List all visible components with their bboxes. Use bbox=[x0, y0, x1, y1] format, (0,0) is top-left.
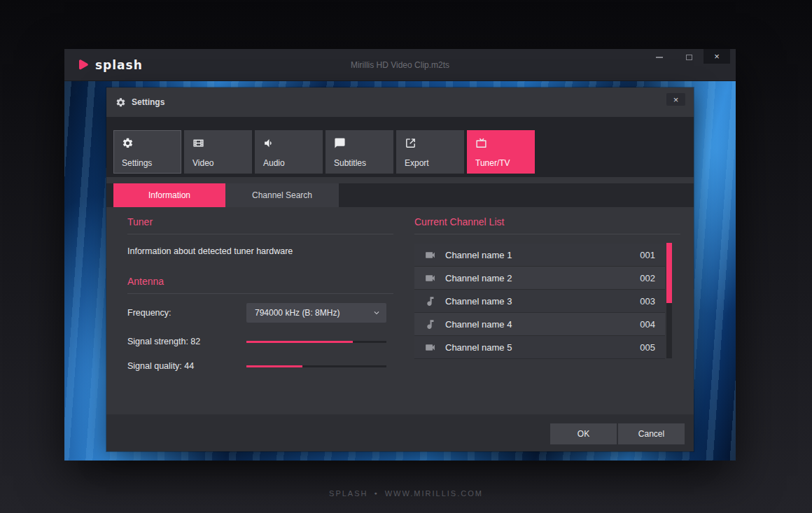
footer-separator-icon: ● bbox=[374, 491, 379, 496]
channel-name: Channel name 4 bbox=[445, 319, 640, 330]
splash-logo: splash bbox=[76, 58, 143, 72]
tuner-description: Information about detected tuner hardwar… bbox=[127, 246, 393, 256]
tab-label: Subtitles bbox=[334, 158, 366, 168]
tab-subtitles[interactable]: Subtitles bbox=[326, 130, 393, 174]
video-camera-icon bbox=[424, 272, 436, 284]
channel-row[interactable]: Channel name 2 002 bbox=[414, 267, 665, 290]
logo-text: splash bbox=[95, 58, 143, 72]
signal-quality-row: Signal quality: 44 bbox=[127, 361, 386, 371]
tuner-section-heading: Tuner bbox=[127, 216, 393, 234]
dialog-header: Settings × bbox=[106, 87, 694, 117]
settings-category-tabs: Settings Video Audio bbox=[106, 117, 694, 177]
video-camera-icon bbox=[424, 342, 436, 353]
channel-row[interactable]: Channel name 1 001 bbox=[414, 244, 665, 267]
cancel-button[interactable]: Cancel bbox=[618, 423, 685, 444]
window-titlebar: splash Mirillis HD Video Clip.m2ts × bbox=[64, 49, 736, 81]
channel-number: 002 bbox=[640, 273, 655, 283]
channel-name: Channel name 3 bbox=[445, 296, 640, 307]
window-close-button[interactable]: × bbox=[704, 49, 730, 64]
channel-row[interactable]: Channel name 4 004 bbox=[414, 313, 665, 336]
dialog-footer: OK Cancel bbox=[106, 414, 694, 451]
tab-information[interactable]: Information bbox=[113, 183, 225, 207]
gear-icon bbox=[122, 137, 134, 149]
signal-strength-bar bbox=[246, 341, 386, 343]
channel-number: 004 bbox=[640, 319, 655, 330]
antenna-section-heading: Antenna bbox=[127, 276, 393, 294]
tab-export[interactable]: Export bbox=[396, 130, 464, 174]
footer-brand: SPLASH bbox=[329, 489, 368, 498]
minimize-icon bbox=[656, 57, 663, 58]
channel-name: Channel name 5 bbox=[445, 342, 640, 353]
speech-bubble-icon bbox=[334, 137, 346, 149]
signal-strength-label: Signal strength: 82 bbox=[127, 337, 246, 346]
splash-play-icon bbox=[76, 58, 90, 72]
tab-tuner-tv[interactable]: Tuner/TV bbox=[467, 130, 535, 174]
channel-name: Channel name 1 bbox=[445, 250, 640, 260]
footer-site: WWW.MIRILLIS.COM bbox=[385, 489, 483, 498]
speaker-icon bbox=[263, 137, 275, 149]
window-controls: × bbox=[645, 49, 730, 66]
desktop-background: splash Mirillis HD Video Clip.m2ts × Set… bbox=[0, 0, 812, 513]
splash-player-window: splash Mirillis HD Video Clip.m2ts × Set… bbox=[64, 49, 736, 461]
channel-list-heading: Current Channel List bbox=[414, 216, 680, 234]
maximize-button[interactable] bbox=[674, 49, 704, 66]
tv-icon bbox=[475, 137, 487, 149]
scrollbar-thumb[interactable] bbox=[666, 243, 672, 303]
tuner-information-panel: Tuner Information about detected tuner h… bbox=[106, 207, 694, 414]
tab-audio[interactable]: Audio bbox=[255, 130, 323, 174]
tab-label: Tuner/TV bbox=[475, 158, 510, 168]
dialog-close-button[interactable]: × bbox=[666, 93, 685, 106]
maximize-icon bbox=[686, 55, 692, 60]
signal-quality-label: Signal quality: 44 bbox=[127, 361, 246, 371]
chevron-down-icon bbox=[372, 308, 382, 318]
channel-row[interactable]: Channel name 5 005 bbox=[414, 336, 665, 359]
channel-list-scrollbar[interactable] bbox=[666, 243, 672, 358]
channel-list-column: Current Channel List Channel name 1 001 bbox=[414, 207, 680, 359]
signal-strength-row: Signal strength: 82 bbox=[127, 337, 386, 346]
music-note-icon bbox=[424, 295, 436, 307]
tab-label: Video bbox=[192, 158, 214, 168]
film-icon bbox=[192, 137, 204, 149]
signal-strength-fill bbox=[246, 341, 353, 343]
channel-number: 003 bbox=[640, 296, 655, 307]
dialog-buttons: OK Cancel bbox=[550, 423, 685, 444]
tab-label: Audio bbox=[263, 158, 285, 168]
tuner-column: Tuner Information about detected tuner h… bbox=[127, 207, 393, 371]
frequency-label: Frequency: bbox=[127, 308, 246, 318]
channel-row[interactable]: Channel name 3 003 bbox=[414, 290, 665, 313]
footer-branding: SPLASH●WWW.MIRILLIS.COM bbox=[0, 489, 812, 498]
tab-video[interactable]: Video bbox=[184, 130, 252, 174]
tab-channel-search[interactable]: Channel Search bbox=[225, 183, 339, 207]
music-note-icon bbox=[424, 318, 436, 330]
tab-settings[interactable]: Settings bbox=[113, 130, 181, 174]
channel-list: Channel name 1 001 Channel name 2 002 bbox=[414, 244, 665, 359]
channel-number: 001 bbox=[640, 250, 655, 260]
channel-number: 005 bbox=[640, 342, 655, 353]
settings-dialog: Settings × Settings Video bbox=[106, 87, 694, 451]
channel-name: Channel name 2 bbox=[445, 273, 640, 283]
export-icon bbox=[405, 137, 416, 149]
gear-icon bbox=[115, 97, 126, 108]
frequency-select[interactable]: 794000 kHz (B: 8MHz) bbox=[246, 303, 386, 323]
dialog-title: Settings bbox=[132, 97, 164, 107]
subtab-row: Information Channel Search bbox=[106, 183, 694, 207]
window-title: Mirillis HD Video Clip.m2ts bbox=[64, 60, 736, 70]
frequency-row: Frequency: 794000 kHz (B: 8MHz) bbox=[127, 303, 386, 323]
video-camera-icon bbox=[424, 249, 436, 261]
ok-button[interactable]: OK bbox=[550, 423, 617, 444]
subtab-gap bbox=[106, 177, 694, 183]
tab-label: Settings bbox=[122, 158, 152, 168]
tab-label: Export bbox=[405, 158, 429, 168]
signal-quality-fill bbox=[246, 365, 302, 367]
signal-quality-bar bbox=[246, 365, 386, 367]
frequency-value: 794000 kHz (B: 8MHz) bbox=[255, 308, 340, 318]
minimize-button[interactable] bbox=[645, 49, 674, 66]
